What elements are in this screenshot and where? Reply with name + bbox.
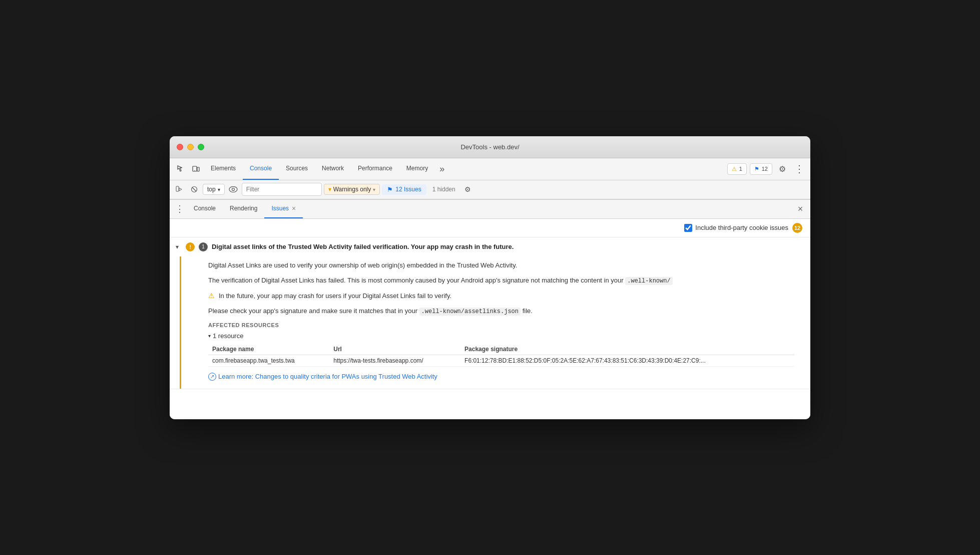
well-known-code: .well-known/: [625, 277, 672, 285]
tab-elements[interactable]: Elements: [204, 158, 243, 180]
window-controls: [177, 144, 204, 150]
drawer-tab-bar: ⋮ Console Rendering Issues × ×: [170, 200, 810, 219]
window-title: DevTools - web.dev/: [460, 143, 519, 151]
warnings-count: 1: [739, 166, 742, 172]
inspect-element-button[interactable]: [174, 162, 188, 176]
tab-console[interactable]: Console: [243, 158, 279, 180]
total-issues-count: 12: [792, 223, 802, 233]
issues-total-badge: 12: [792, 223, 802, 233]
issue-header[interactable]: ▾ ! 1 Digital asset links of the Trusted…: [170, 237, 810, 256]
minimize-button[interactable]: [187, 144, 194, 150]
warnings-only-label: Warnings only: [333, 186, 371, 193]
svg-point-7: [229, 187, 237, 192]
issue-desc-2: The verification of Digital Asset Links …: [208, 275, 794, 286]
maximize-button[interactable]: [198, 144, 204, 150]
context-selector[interactable]: top ▾: [203, 184, 225, 195]
col-signature: Package signature: [460, 344, 794, 355]
hidden-count-label: 1 hidden: [428, 186, 459, 193]
clear-console-button[interactable]: [173, 183, 186, 196]
issues-panel: Include third-party cookie issues 12 ▾ !…: [170, 219, 810, 419]
issues-flag-icon: ⚑: [387, 186, 393, 193]
drawer-close-button[interactable]: ×: [793, 202, 807, 216]
warnings-badge-button[interactable]: ⚠ 1: [727, 163, 747, 175]
devtools-window: DevTools - web.dev/ Elements Console Sou…: [170, 136, 810, 419]
console-toolbar: top ▾ ▾ Warnings only ▾ ⚑ 12 Issues 1 hi…: [170, 180, 810, 199]
more-tabs-button[interactable]: »: [435, 162, 449, 176]
warning-triangle-icon: ▾: [328, 186, 331, 193]
resource-count-label: 1 resource: [213, 332, 243, 340]
close-button[interactable]: [177, 144, 183, 150]
issues-panel-header: Include third-party cookie issues 12: [170, 219, 810, 237]
main-toolbar: Elements Console Sources Network Perform…: [170, 158, 810, 180]
drawer-tab-rendering[interactable]: Rendering: [223, 199, 264, 218]
drawer-tab-console[interactable]: Console: [187, 199, 223, 218]
dropdown-arrow-icon: ▾: [373, 187, 375, 192]
more-options-button[interactable]: ⋮: [792, 162, 806, 176]
cell-signature: F6:01:12:78:BD:E1:88:52:D5:0F:05:2A:5E:6…: [460, 355, 794, 366]
show-live-expressions-button[interactable]: [227, 183, 240, 196]
svg-point-8: [232, 188, 234, 191]
include-third-party-checkbox[interactable]: [684, 224, 692, 232]
tab-memory[interactable]: Memory: [399, 158, 435, 180]
chevron-down-icon: ▾: [218, 187, 220, 192]
console-settings-button[interactable]: ⚙: [461, 183, 474, 196]
warning-triangle-icon: ⚠: [208, 292, 215, 300]
device-toolbar-button[interactable]: [189, 162, 203, 176]
learn-more-link[interactable]: ↗ Learn more: Changes to quality criteri…: [208, 373, 437, 381]
context-value: top: [207, 186, 216, 193]
issue-desc-1: Digital Asset Links are used to verify y…: [208, 260, 794, 271]
tab-performance[interactable]: Performance: [351, 158, 399, 180]
main-tab-nav: Elements Console Sources Network Perform…: [204, 158, 449, 180]
cell-package-name: com.firebaseapp.twa_tests.twa: [208, 355, 329, 366]
close-issues-tab-button[interactable]: ×: [292, 204, 296, 212]
include-third-party-label: Include third-party cookie issues: [695, 224, 788, 231]
drawer-more-button[interactable]: ⋮: [173, 202, 187, 216]
table-row: com.firebaseapp.twa_tests.twa https://tw…: [208, 355, 794, 366]
issue-title: Digital asset links of the Trusted Web A…: [212, 243, 514, 250]
issues-count-label: 12 Issues: [395, 186, 421, 193]
tab-sources[interactable]: Sources: [279, 158, 315, 180]
drawer-tab-issues[interactable]: Issues ×: [264, 199, 303, 218]
issue-chevron-icon: ▾: [176, 243, 182, 250]
resource-toggle-arrow-icon: ▾: [208, 333, 211, 339]
issues-count-button[interactable]: ⚑ 12 Issues: [382, 184, 426, 195]
no-icon-button[interactable]: [188, 183, 201, 196]
svg-marker-4: [179, 188, 182, 191]
svg-rect-1: [197, 167, 199, 171]
filter-input[interactable]: [242, 183, 322, 196]
issue-body: Digital Asset Links are used to verify y…: [180, 256, 810, 389]
issues-count: 12: [762, 166, 768, 172]
include-third-party-checkbox-label[interactable]: Include third-party cookie issues: [684, 224, 788, 232]
learn-more-icon: ↗: [208, 373, 216, 381]
issue-check-text: Please check your app's signature and ma…: [208, 306, 794, 316]
svg-rect-3: [176, 186, 179, 191]
tab-network[interactable]: Network: [315, 158, 351, 180]
col-package-name: Package name: [208, 344, 329, 355]
settings-button[interactable]: ⚙: [775, 162, 789, 176]
warnings-only-button[interactable]: ▾ Warnings only ▾: [324, 184, 380, 195]
learn-more-text: Learn more: Changes to quality criteria …: [218, 373, 437, 380]
resource-table: Package name Url Package signature com.f…: [208, 344, 794, 367]
issue-warning-icon: !: [186, 242, 195, 251]
cell-url: https://twa-tests.firebaseapp.com/: [329, 355, 460, 366]
svg-point-2: [194, 170, 195, 171]
issues-badge-button[interactable]: ⚑ 12: [750, 163, 772, 175]
issue-item: ▾ ! 1 Digital asset links of the Trusted…: [170, 237, 810, 389]
affected-resources-section: AFFECTED RESOURCES ▾ 1 resource Package …: [208, 322, 794, 367]
issue-warning-line: ⚠ In the future, your app may crash for …: [208, 291, 794, 301]
resource-toggle[interactable]: ▾ 1 resource: [208, 332, 794, 340]
issue-warning-text: In the future, your app may crash for us…: [219, 291, 451, 301]
title-bar: DevTools - web.dev/: [170, 136, 810, 158]
svg-line-6: [192, 187, 196, 191]
affected-resources-label: AFFECTED RESOURCES: [208, 322, 794, 328]
assetlinks-code: .well-known/assetlinks.json: [419, 308, 521, 316]
warning-icon: ⚠: [732, 166, 737, 172]
issues-icon: ⚑: [754, 166, 759, 172]
issue-count-badge: 1: [199, 242, 208, 251]
toolbar-right: ⚠ 1 ⚑ 12 ⚙ ⋮: [727, 162, 806, 176]
col-url: Url: [329, 344, 460, 355]
